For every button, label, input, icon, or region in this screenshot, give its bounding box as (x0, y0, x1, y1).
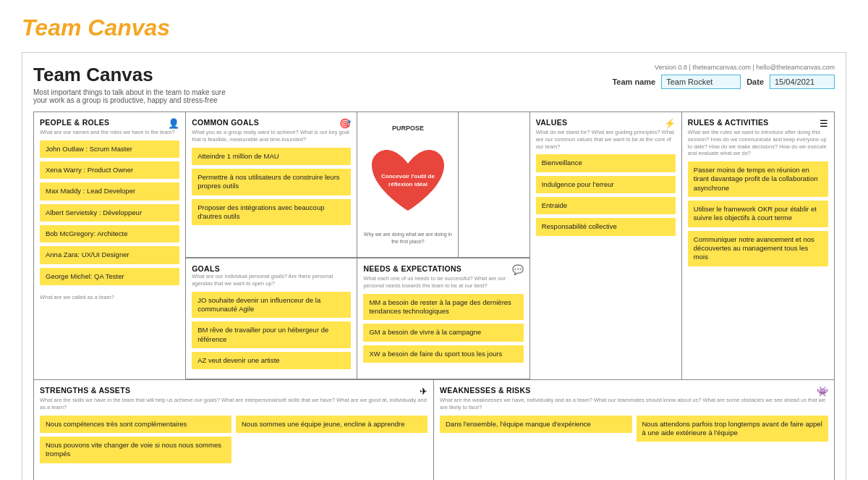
weaknesses-subtitle: What are the weaknesses we have, individ… (440, 397, 828, 411)
weakness-1: Dans l'ensemble, l'équipe manque d'expér… (440, 416, 632, 433)
canvas-header: Team Canvas Most important things to tal… (33, 64, 835, 104)
team-name-input[interactable] (661, 75, 741, 89)
center-top: COMMON GOALS 🎯 What you as a group reall… (186, 112, 529, 258)
goals-icon: 🎯 (339, 118, 351, 129)
values-subtitle: What do we stand for? What are guiding p… (536, 129, 676, 150)
member-george: George Michel: QA Tester (40, 268, 179, 285)
value-2: Indulgence pour l'erreur (536, 176, 676, 193)
strengths-subtitle: What are the skills we have in the team … (40, 397, 427, 411)
needs-title: NEEDS & EXPECTATIONS (363, 264, 461, 273)
weakness-2: Nous attendons parfois trop longtemps av… (637, 416, 829, 442)
strength-3: Nous sommes une équipe jeune, encline à … (236, 416, 427, 433)
need-3: XW a besoin de faire du sport tous les j… (363, 345, 523, 363)
common-goals-subtitle: What you as a group really want to achie… (192, 129, 351, 143)
need-2: GM a besoin de vivre à la campagne (363, 324, 523, 341)
section-weaknesses: WEAKNESSES & RISKS 👾 What are the weakne… (434, 380, 834, 480)
values-title: VALUES (536, 118, 568, 127)
strengths-title: STRENGTHS & ASSETS (40, 386, 130, 395)
section-purpose: PURPOSE Concevoir l'outil de réflexion i… (357, 112, 459, 257)
weaknesses-icon: 👾 (817, 386, 828, 397)
rules-icon: ☰ (820, 118, 828, 129)
member-xena: Xena Warry : Product Owner (40, 161, 179, 179)
section-common-goals: COMMON GOALS 🎯 What you as a group reall… (186, 112, 357, 257)
goals-title: GOALS (192, 264, 351, 273)
rules-title: RULES & ACTIVITIES (688, 118, 769, 127)
date-label: Date (746, 77, 764, 86)
goal-2: Permettre à nos utilisateurs de construi… (192, 169, 351, 195)
team-name-label: Team name (612, 77, 655, 86)
purpose-heart-svg: Concevoir l'outil de réflexion idéal (361, 135, 455, 229)
section-goals: GOALS What are our individual personal g… (186, 258, 357, 379)
canvas-subtitle: Most important things to talk about in t… (33, 88, 236, 104)
svg-text:réflexion idéal: réflexion idéal (388, 181, 427, 188)
common-goals-title: COMMON GOALS (192, 118, 259, 127)
igoal-2: BM rêve de travailler pour un hébergeur … (192, 321, 351, 348)
member-albert: Albert Servietsky : Développeur (40, 204, 179, 222)
strengths-icon: ✈ (420, 386, 427, 397)
value-4: Responsabilité collective (536, 218, 676, 235)
values-icon: ⚡ (664, 118, 676, 129)
center-bottom: GOALS What are our individual personal g… (186, 258, 529, 379)
igoal-1: JO souhaite devenir un influenceur de la… (192, 292, 351, 319)
needs-subtitle: What each one of us needs to be successf… (363, 275, 523, 290)
goals-subtitle: What are our individual personal goals? … (192, 273, 351, 287)
row1: PEOPLE & ROLES 👤 What are our names and … (34, 112, 834, 380)
value-3: Entraide (536, 197, 676, 214)
weaknesses-title: WEAKNESSES & RISKS (440, 386, 531, 395)
canvas-container: Team Canvas Most important things to tal… (22, 52, 846, 480)
section-values: VALUES ⚡ What do we stand for? What are … (530, 112, 682, 379)
svg-text:Concevoir l'outil de: Concevoir l'outil de (381, 173, 435, 180)
canvas-title: Team Canvas (33, 64, 236, 86)
rule-3: Communiquer notre avancement et nos déco… (688, 231, 828, 266)
strength-1: Nous compétences très sont complémentair… (40, 416, 231, 433)
member-bob: Bob McGregory: Architecte (40, 225, 179, 243)
row2: STRENGTHS & ASSETS ✈ What are the skills… (34, 380, 834, 480)
goal-3: Proposer des intégrations avec beaucoup … (192, 199, 351, 226)
member-max: Max Maddy : Lead Developer (40, 182, 179, 200)
people-title: PEOPLE & ROLES (40, 118, 109, 127)
need-1: MM a besoin de rester à la page des dern… (363, 294, 523, 321)
value-1: Bienveillance (536, 154, 676, 172)
col-center: COMMON GOALS 🎯 What you as a group reall… (186, 112, 530, 379)
needs-icon: 💬 (512, 264, 524, 275)
igoal-3: AZ veut devenir une artiste (192, 352, 351, 369)
rule-1: Passer moins de temps en réunion en tira… (688, 161, 828, 197)
purpose-label: PURPOSE (392, 125, 424, 132)
top-title: Team Canvas (22, 14, 846, 41)
canvas-layout: PEOPLE & ROLES 👤 What are our names and … (33, 111, 835, 480)
strength-2: Nous pouvons vite changer de voie si nou… (40, 437, 231, 463)
people-subtitle: What are our names and the roles we have… (40, 129, 179, 136)
section-people: PEOPLE & ROLES 👤 What are our names and … (34, 112, 186, 379)
section-strengths: STRENGTHS & ASSETS ✈ What are the skills… (34, 380, 434, 480)
people-icon: 👤 (168, 118, 179, 129)
page-wrapper: Team Canvas Team Canvas Most important t… (0, 0, 868, 480)
section-needs: NEEDS & EXPECTATIONS 💬 What each one of … (357, 258, 529, 379)
purpose-text-below: Why we are doing what we are doing in th… (363, 231, 452, 244)
goal-1: Atteindre 1 million de MAU (192, 148, 351, 165)
member-john: John Outlaw : Scrum Master (40, 140, 179, 158)
team-name-prompt: What are we called as a team? (40, 294, 179, 301)
version-info: Version 0.8 | theteamcanvas.com | hello@… (655, 64, 835, 71)
rules-subtitle: What are the rules we want to introduce … (688, 129, 828, 157)
rule-2: Utiliser le framework OKR pour établir e… (688, 201, 828, 227)
member-anna: Anna Zara: UX/UI Designer (40, 246, 179, 264)
section-rules: RULES & ACTIVITIES ☰ What are the rules … (682, 112, 834, 379)
date-input[interactable] (770, 75, 835, 89)
